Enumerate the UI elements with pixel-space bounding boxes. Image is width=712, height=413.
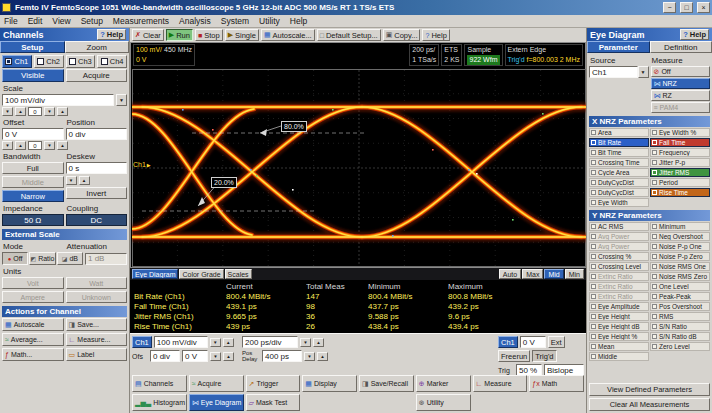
- channel-ch1-button[interactable]: Ch1: [2, 55, 32, 68]
- unit-volt-button[interactable]: Volt: [2, 277, 64, 289]
- display-tab-scales[interactable]: Scales: [225, 269, 252, 279]
- tab-parameter[interactable]: Parameter: [587, 41, 650, 53]
- source-value-field[interactable]: Ch1: [589, 66, 638, 78]
- scale-min-button[interactable]: Min: [565, 269, 584, 279]
- menu-analysis[interactable]: Analysis: [179, 16, 211, 26]
- param-rise-time[interactable]: Rise Time: [650, 188, 710, 197]
- menu-setup[interactable]: Setup: [81, 16, 103, 26]
- spin-up-button[interactable]: ▲: [313, 338, 324, 347]
- menu-measurements[interactable]: Measurements: [113, 16, 169, 26]
- invert-button[interactable]: Invert: [66, 187, 128, 199]
- unit-watt-button[interactable]: Watt: [66, 277, 128, 289]
- toolbar-clear-button[interactable]: ✗Clear: [132, 29, 164, 41]
- bottombar-channels-button[interactable]: ▤Channels: [132, 375, 187, 392]
- param-jitter-rms[interactable]: Jitter RMS: [650, 168, 710, 177]
- param-eye-width[interactable]: Eye Width %: [650, 128, 710, 137]
- scale-max-button[interactable]: Max: [522, 269, 543, 279]
- param-frequency[interactable]: Frequency: [650, 148, 710, 157]
- scope-display[interactable]: 100 mV/ 450 MHz 0 V 200 ps/ 1 TSa/s ETS …: [130, 42, 586, 268]
- eye-help-button[interactable]: ?Help: [680, 29, 709, 40]
- vertical-scale-field[interactable]: 100 mV/div: [154, 336, 208, 348]
- bandwidth-middle-button[interactable]: Middle: [2, 176, 64, 188]
- bottombar-measure-button[interactable]: ∟Measure: [473, 375, 528, 392]
- spin-down-button[interactable]: ▼: [210, 352, 221, 361]
- param-mean[interactable]: Mean: [589, 342, 649, 351]
- toolbar-stop-button[interactable]: ■Stop: [195, 29, 223, 41]
- spin-up-button[interactable]: ▲: [15, 107, 26, 116]
- bottombar-mask-test-button[interactable]: ▱Mask Test: [246, 394, 301, 411]
- trigd-button[interactable]: Trig'd: [532, 350, 556, 362]
- param-rms[interactable]: RMS: [650, 312, 710, 321]
- freerun-button[interactable]: Freerun: [498, 350, 530, 362]
- param-extinc-ratio[interactable]: Extinc Ratio: [589, 272, 649, 281]
- spin-up-button[interactable]: ▲: [15, 141, 26, 150]
- param-s-n-ratio-db[interactable]: S/N Ratio dB: [650, 332, 710, 341]
- channel-ch4-button[interactable]: Ch4: [97, 55, 127, 68]
- spin-down-button[interactable]: ▼: [2, 107, 13, 116]
- attenuation-value-field[interactable]: 1 dB: [85, 253, 127, 265]
- tab-zoom[interactable]: Zoom: [65, 41, 130, 53]
- param-eye-height-db[interactable]: Eye Height dB: [589, 322, 649, 331]
- mode-off-button[interactable]: ●Off: [2, 252, 28, 265]
- clear-all-measurements-button[interactable]: Clear All Measurements: [589, 398, 710, 411]
- param-s-n-ratio[interactable]: S/N Ratio: [650, 322, 710, 331]
- channels-help-button[interactable]: ?Help: [97, 29, 126, 40]
- measure-pam4-button[interactable]: ≡PAM4: [651, 102, 711, 113]
- param-crossing-time[interactable]: Crossing Time: [589, 158, 649, 167]
- spin-up-button[interactable]: ▲: [317, 352, 328, 361]
- close-button[interactable]: ×: [697, 2, 710, 13]
- offset-value-field[interactable]: 0 V: [2, 128, 64, 140]
- bottombar-save-recall-button[interactable]: ◨Save/Recall: [359, 375, 414, 392]
- spin-down-button[interactable]: ▼: [210, 338, 221, 347]
- param-minimum[interactable]: Minimum: [650, 222, 710, 231]
- param-crossing[interactable]: Crossing %: [589, 252, 649, 261]
- param-avg-power[interactable]: Avg Power: [589, 242, 649, 251]
- spin-down-button[interactable]: ▼: [300, 338, 311, 347]
- bottombar-math-button[interactable]: ƒxMath: [529, 375, 584, 392]
- param-peak-peak[interactable]: Peak-Peak: [650, 292, 710, 301]
- action-label-button[interactable]: ▭Label: [66, 348, 128, 361]
- param-cycle-area[interactable]: Cycle Area: [589, 168, 649, 177]
- acquire-button[interactable]: Acquire: [66, 69, 128, 82]
- menu-file[interactable]: File: [4, 16, 18, 26]
- measure-off-button[interactable]: ⊘Off: [651, 66, 711, 77]
- bottombar-marker-button[interactable]: ⊕Marker: [416, 375, 471, 392]
- spin-down-button[interactable]: ▼: [2, 141, 13, 150]
- menu-view[interactable]: View: [52, 16, 70, 26]
- channel-ch2-button[interactable]: Ch2: [34, 55, 64, 68]
- action-save-button[interactable]: ◨Save...: [66, 318, 128, 331]
- unit-unknown-button[interactable]: Unknown: [66, 291, 128, 303]
- param-noise-p-p-one[interactable]: Noise P-p One: [650, 242, 710, 251]
- toolbar-single-button[interactable]: ▶Single: [225, 29, 259, 41]
- ch1-trace-marker[interactable]: Ch1▶: [133, 161, 151, 168]
- ext-trigger-button[interactable]: Ext: [548, 336, 565, 348]
- mode-ratio-button[interactable]: ◩Ratio: [29, 252, 55, 265]
- maximize-button[interactable]: □: [680, 2, 693, 13]
- param-eye-height[interactable]: Eye Height %: [589, 332, 649, 341]
- param-area[interactable]: Area: [589, 128, 649, 137]
- param-pos-overshoot[interactable]: Pos Overshoot: [650, 302, 710, 311]
- bottombar-histogram-button[interactable]: ▂▅▃Histogram: [132, 394, 187, 411]
- param-eye-amplitude[interactable]: Eye Amplitude: [589, 302, 649, 311]
- param-eye-height[interactable]: Eye Height: [589, 312, 649, 321]
- scale-mid-button[interactable]: Mid: [544, 269, 563, 279]
- toolbar-autoscale-button[interactable]: ▦Autoscale...: [261, 29, 315, 41]
- scale-auto-button[interactable]: Auto: [499, 269, 521, 279]
- param-avg-power[interactable]: Avg Power: [589, 232, 649, 241]
- toolbar-copy-button[interactable]: ▣Copy...: [383, 29, 421, 41]
- bandwidth-narrow-button[interactable]: Narrow: [2, 190, 64, 202]
- action-average-button[interactable]: ≈Average...: [2, 333, 64, 346]
- param-noise-rms-zero[interactable]: Noise RMS Zero: [650, 272, 710, 281]
- scale-dropdown-icon[interactable]: ▼: [116, 94, 127, 106]
- menu-system[interactable]: System: [221, 16, 249, 26]
- unit-ampere-button[interactable]: Ampere: [2, 291, 64, 303]
- spin-down-button[interactable]: ▼: [44, 107, 55, 116]
- action-measure-button[interactable]: ∟Measure...: [66, 333, 128, 346]
- channel-ch3-button[interactable]: Ch3: [66, 55, 96, 68]
- param-bit-time[interactable]: Bit Time: [589, 148, 649, 157]
- param-dutycycdist[interactable]: DutyCycDist: [589, 178, 649, 187]
- param-eye-width[interactable]: Eye Width: [589, 198, 649, 207]
- spin-up-button[interactable]: ▲: [223, 338, 234, 347]
- param-one-level[interactable]: One Level: [650, 282, 710, 291]
- action-autoscale-button[interactable]: ▦Autoscale: [2, 318, 64, 331]
